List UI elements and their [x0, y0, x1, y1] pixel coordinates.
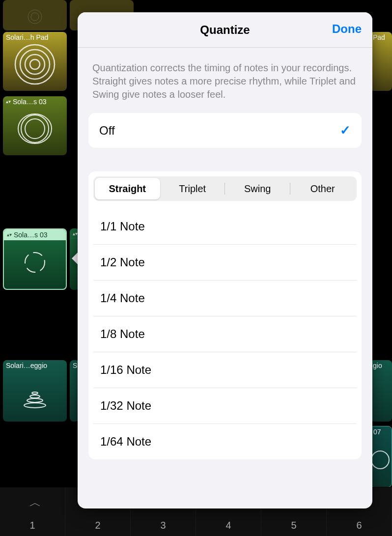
track-cell[interactable]: 07	[370, 426, 392, 487]
segment-other[interactable]: Other	[290, 178, 356, 199]
popover-header: Quantize Done	[78, 12, 372, 48]
track-cell[interactable]: gio	[370, 360, 392, 422]
off-card: Off ✓	[88, 113, 362, 148]
svg-point-0	[28, 10, 42, 24]
segment-swing[interactable]: Swing	[225, 178, 290, 199]
svg-point-1	[31, 13, 39, 21]
cell-label: Solari…eggio	[3, 360, 67, 371]
popover-body[interactable]: Quantization corrects the timing of note…	[78, 48, 372, 508]
note-option[interactable]: 1/64 Note	[93, 423, 357, 459]
svg-point-4	[20, 50, 50, 79]
concentric-circles-icon	[13, 42, 57, 86]
segment-triplet[interactable]: Triplet	[160, 178, 225, 199]
svg-point-11	[27, 398, 43, 402]
options-card: Straight Triplet Swing Other 1/1 Note 1/…	[88, 171, 362, 459]
svg-point-13	[32, 392, 38, 394]
track-cell[interactable]: Pad	[370, 32, 392, 91]
svg-point-8	[18, 114, 52, 143]
note-option[interactable]: 1/1 Note	[93, 209, 357, 244]
note-values-list: 1/1 Note 1/2 Note 1/4 Note 1/8 Note 1/16…	[93, 209, 357, 459]
svg-point-10	[24, 403, 46, 408]
note-option[interactable]: 1/4 Note	[93, 280, 357, 316]
checkmark-icon: ✓	[340, 123, 351, 138]
done-button[interactable]: Done	[332, 22, 362, 36]
quantize-off-row[interactable]: Off ✓	[88, 113, 362, 148]
track-cell-solas-03[interactable]: ▴▾ Sola…s 03	[3, 96, 67, 155]
svg-point-14	[371, 451, 389, 469]
cell-label: ▴▾ Sola…s 03	[3, 96, 67, 107]
cell-label-text: Sola…s 03	[14, 231, 47, 239]
note-option[interactable]: 1/16 Note	[93, 352, 357, 388]
track-cell[interactable]	[3, 0, 67, 30]
svg-point-5	[15, 45, 55, 84]
popover-title: Quantize	[200, 23, 250, 37]
svg-point-6	[25, 119, 45, 139]
segment-straight[interactable]: Straight	[95, 178, 160, 199]
note-option[interactable]: 1/2 Note	[93, 244, 357, 280]
cell-label-text: Sola…s 03	[13, 98, 46, 106]
svg-point-7	[21, 115, 49, 142]
stacked-ellipses-icon	[20, 377, 50, 411]
track-cell-arpeggio[interactable]: Solari…eggio	[3, 360, 67, 422]
quantize-popover: Quantize Done Quantization corrects the …	[78, 12, 372, 508]
drag-handle-icon: ▴▾	[6, 100, 11, 103]
cell-label: Solari…h Pad	[3, 32, 67, 43]
track-cell-selected[interactable]: ▴▾ Sola…s 03	[3, 228, 67, 290]
circle-icon	[370, 448, 392, 472]
svg-point-9	[25, 253, 45, 272]
svg-point-2	[30, 59, 40, 69]
note-option[interactable]: 1/32 Note	[93, 388, 357, 423]
quantize-type-segmented[interactable]: Straight Triplet Swing Other	[93, 176, 357, 201]
note-option[interactable]: 1/8 Note	[93, 316, 357, 352]
off-label: Off	[99, 124, 115, 138]
cell-label: 07	[370, 426, 392, 437]
cell-label: gio	[370, 360, 392, 371]
svg-point-12	[30, 395, 40, 398]
track-cell-solari-pad[interactable]: Solari…h Pad	[3, 32, 67, 91]
dashed-circle-icon	[18, 245, 52, 280]
chevron-up-icon[interactable]: ︿	[29, 495, 41, 510]
drag-handle-icon: ▴▾	[73, 232, 78, 235]
svg-point-3	[25, 55, 45, 74]
waveform-icon	[15, 7, 55, 27]
swirl-icon	[13, 107, 57, 151]
description-text: Quantization corrects the timing of note…	[88, 48, 362, 113]
cell-label: Pad	[370, 32, 392, 43]
drag-handle-icon: ▴▾	[7, 233, 12, 236]
cell-label: ▴▾ Sola…s 03	[4, 229, 66, 240]
